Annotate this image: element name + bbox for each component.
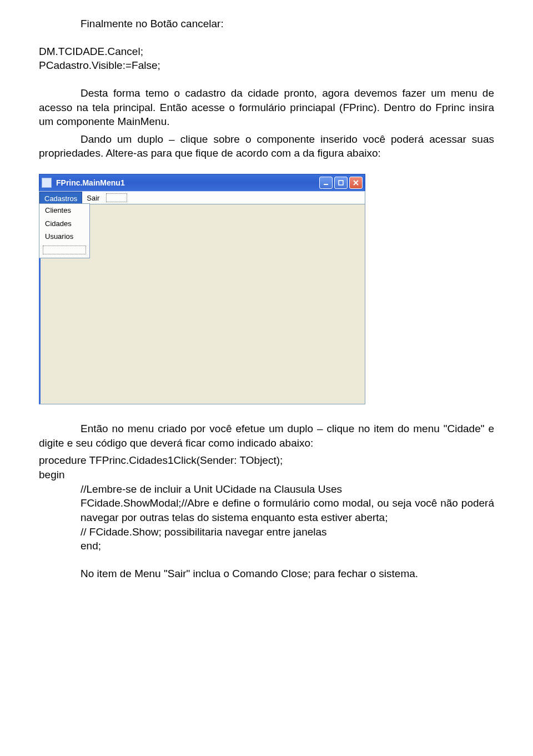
- paragraph: Dando um duplo – clique sobre o componen…: [39, 132, 494, 161]
- intro-line: Finalmente no Botão cancelar:: [39, 17, 494, 31]
- menu-item-cadastros[interactable]: Cadastros: [39, 192, 82, 204]
- paragraph: No item de Menu "Sair" inclua o Comando …: [39, 567, 494, 581]
- code-line: //Lembre-se de incluir a Unit UCidade na…: [39, 482, 494, 497]
- svg-rect-0: [324, 184, 328, 185]
- code-block-2: procedure TFPrinc.Cidades1Click(Sender: …: [39, 453, 494, 553]
- menu-item-sair[interactable]: Sair: [82, 192, 104, 204]
- menu-bar: Cadastros Sair: [39, 191, 365, 204]
- window-title: FPrinc.MainMenu1: [56, 178, 319, 188]
- dropdown-item-usuarios[interactable]: Usuarios: [39, 230, 89, 243]
- mainmenu-editor-screenshot: FPrinc.MainMenu1 Cadastros Sair Clientes…: [39, 174, 365, 404]
- code-block-1: DM.TCIDADE.Cancel; PCadastro.Visible:=Fa…: [39, 44, 494, 73]
- code-line: DM.TCIDADE.Cancel;: [39, 44, 494, 59]
- paragraph: Então no menu criado por você efetue um …: [39, 422, 494, 450]
- code-line: // FCidade.Show; possibilitaria navegar …: [39, 525, 494, 539]
- code-line: procedure TFPrinc.Cidades1Click(Sender: …: [39, 453, 494, 468]
- dropdown-item-clientes[interactable]: Clientes: [39, 204, 89, 217]
- minimize-icon[interactable]: [319, 177, 333, 189]
- dropdown-item-cidades[interactable]: Cidades: [39, 217, 89, 231]
- close-icon[interactable]: [349, 177, 363, 189]
- code-line: begin: [39, 468, 494, 482]
- paragraph: Desta forma temo o cadastro da cidade pr…: [39, 86, 494, 129]
- new-submenu-item-placeholder[interactable]: [43, 246, 86, 254]
- code-line: FCidade.ShowModal;//Abre e define o form…: [39, 496, 494, 524]
- new-menu-item-placeholder[interactable]: [106, 193, 127, 202]
- window-titlebar: FPrinc.MainMenu1: [39, 174, 365, 191]
- svg-rect-1: [339, 181, 343, 185]
- code-line: PCadastro.Visible:=False;: [39, 58, 494, 73]
- maximize-icon[interactable]: [334, 177, 348, 189]
- app-icon: [42, 178, 52, 188]
- code-line: end;: [39, 539, 494, 553]
- dropdown-menu: Clientes Cidades Usuarios: [39, 203, 90, 258]
